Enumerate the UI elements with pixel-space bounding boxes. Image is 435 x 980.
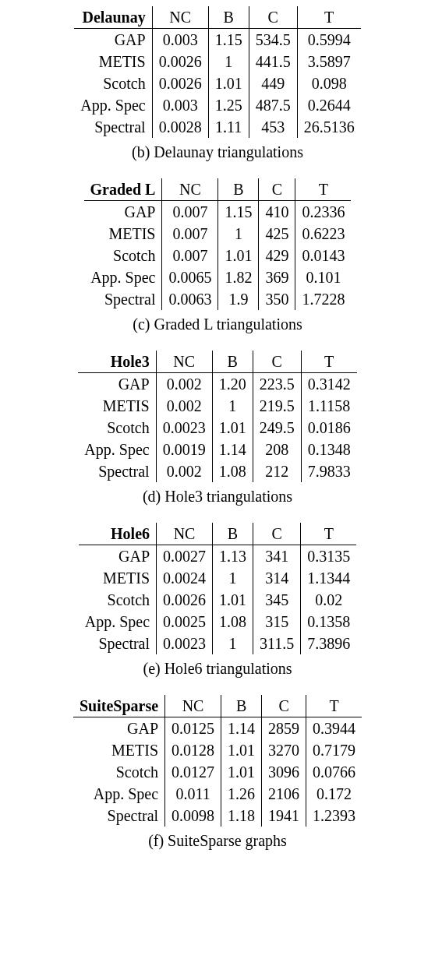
table-caption: (c) Graded L triangulations [8, 315, 427, 333]
table-row: Spectral0.0021.082127.9833 [78, 460, 356, 482]
column-header: T [306, 695, 362, 717]
cell: 0.0766 [306, 761, 362, 783]
table-caption: (e) Hole6 triangulations [8, 659, 427, 678]
table-caption: (d) Hole3 triangulations [8, 487, 427, 506]
caption-text: Hole6 triangulations [164, 660, 292, 677]
cell: 0.003 [152, 29, 208, 51]
row-label: Scotch [84, 245, 162, 266]
cell: 0.7179 [306, 739, 362, 761]
cell: 1.08 [212, 460, 253, 482]
cell: 3270 [262, 739, 306, 761]
cell: 1.9 [218, 288, 259, 310]
column-header: B [213, 523, 253, 545]
row-label: Spectral [84, 288, 162, 310]
row-label: App. Spec [79, 611, 157, 633]
column-header: C [253, 523, 301, 545]
row-label: Spectral [74, 116, 152, 138]
cell: 449 [249, 72, 297, 94]
cell: 249.5 [253, 417, 301, 439]
column-header: B [212, 351, 253, 373]
row-label: METIS [84, 223, 162, 245]
cell: 1.15 [208, 29, 249, 51]
cell: 1.15 [218, 201, 259, 224]
cell: 1.01 [208, 72, 249, 94]
column-header: T [297, 6, 361, 29]
cell: 0.101 [295, 266, 352, 288]
row-label: Scotch [74, 72, 152, 94]
row-label: GAP [74, 29, 152, 51]
table-caption: (b) Delaunay triangulations [8, 143, 427, 161]
column-header: NC [152, 6, 208, 29]
cell: 0.002 [156, 395, 212, 417]
table-row: Scotch0.0071.014290.0143 [84, 245, 352, 266]
table-row: App. Spec0.00651.823690.101 [84, 266, 352, 288]
table-row: GAP0.01251.1428590.3944 [73, 717, 362, 740]
cell: 0.3944 [306, 717, 362, 740]
caption-text: Delaunay triangulations [154, 143, 303, 160]
cell: 3096 [262, 761, 306, 783]
cell: 425 [259, 223, 295, 245]
row-label: App. Spec [78, 439, 156, 460]
table-label: Hole3 [78, 351, 156, 373]
column-header: T [295, 178, 352, 201]
table-row: Spectral0.00281.1145326.5136 [74, 116, 360, 138]
column-header: B [208, 6, 249, 29]
table-row: Scotch0.00231.01249.50.0186 [78, 417, 356, 439]
table-row: App. Spec0.0111.2621060.172 [73, 783, 362, 805]
row-label: METIS [74, 51, 152, 72]
cell: 0.007 [162, 245, 218, 266]
cell: 0.0128 [165, 739, 221, 761]
cell: 1.18 [221, 805, 262, 827]
cell: 0.3142 [301, 373, 357, 396]
table-row: Spectral0.00981.1819411.2393 [73, 805, 362, 827]
cell: 1.08 [213, 611, 253, 633]
cell: 487.5 [249, 94, 297, 116]
cell: 0.0186 [301, 417, 357, 439]
cell: 1.01 [212, 417, 253, 439]
cell: 0.3135 [301, 545, 357, 568]
table-row: App. Spec0.00251.083150.1358 [79, 611, 357, 633]
cell: 1.26 [221, 783, 262, 805]
cell: 0.0028 [152, 116, 208, 138]
row-label: GAP [79, 545, 157, 568]
cell: 1.01 [218, 245, 259, 266]
column-header: NC [162, 178, 218, 201]
cell: 350 [259, 288, 295, 310]
cell: 0.0026 [152, 51, 208, 72]
cell: 0.002 [156, 373, 212, 396]
cell: 26.5136 [297, 116, 361, 138]
column-header: T [301, 523, 357, 545]
row-label: App. Spec [73, 783, 165, 805]
column-header: T [301, 351, 357, 373]
cell: 1941 [262, 805, 306, 827]
caption-tag: (f) [148, 832, 164, 849]
cell: 0.172 [306, 783, 362, 805]
cell: 223.5 [253, 373, 301, 396]
cell: 0.0026 [152, 72, 208, 94]
cell: 1.14 [212, 439, 253, 460]
cell: 0.0143 [295, 245, 352, 266]
cell: 1.7228 [295, 288, 352, 310]
cell: 341 [253, 545, 301, 568]
table-row: GAP0.0071.154100.2336 [84, 201, 352, 224]
column-header: C [262, 695, 306, 717]
cell: 7.9833 [301, 460, 357, 482]
results-table: SuiteSparseNCBCTGAP0.01251.1428590.3944M… [73, 695, 362, 827]
table-row: METIS0.002413141.1344 [79, 567, 357, 589]
cell: 1 [213, 567, 253, 589]
column-header: NC [157, 523, 213, 545]
row-label: Scotch [78, 417, 156, 439]
cell: 441.5 [249, 51, 297, 72]
cell: 2859 [262, 717, 306, 740]
row-label: METIS [78, 395, 156, 417]
results-table: DelaunayNCBCTGAP0.0031.15534.50.5994METI… [74, 6, 360, 138]
results-table: Graded LNCBCTGAP0.0071.154100.2336METIS0… [84, 178, 352, 310]
row-label: App. Spec [74, 94, 152, 116]
column-header: NC [165, 695, 221, 717]
cell: 429 [259, 245, 295, 266]
cell: 1.11 [208, 116, 249, 138]
cell: 410 [259, 201, 295, 224]
table-row: METIS0.0021219.51.1158 [78, 395, 356, 417]
cell: 0.1348 [301, 439, 357, 460]
table-row: Scotch0.00261.013450.02 [79, 589, 357, 611]
